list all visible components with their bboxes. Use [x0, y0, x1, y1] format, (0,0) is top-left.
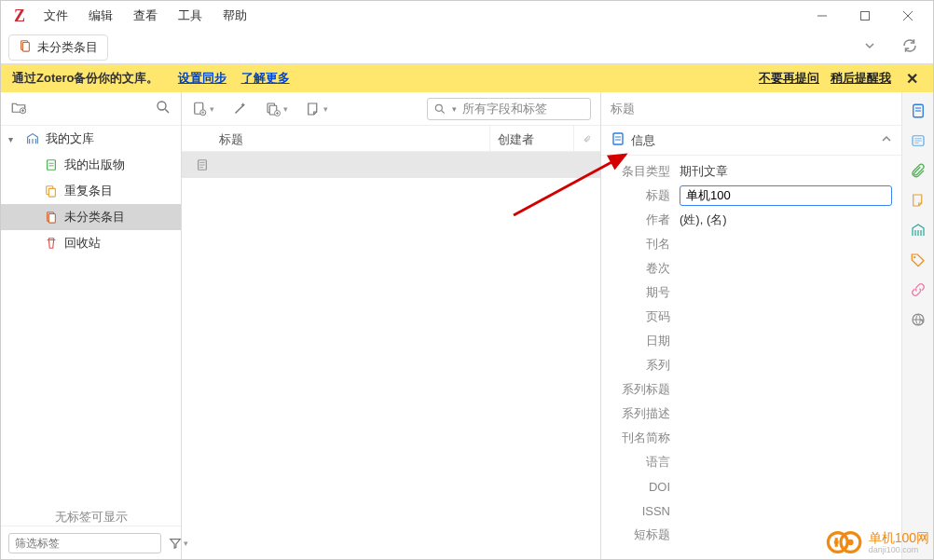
- field-label-series-desc: 系列描述: [611, 405, 680, 422]
- tree-label: 我的出版物: [64, 157, 125, 173]
- tags-empty-message: 无标签可显示: [1, 378, 181, 526]
- main-area: ▾ 我的文库 我的出版物 重复条目 未分类条目: [1, 92, 933, 559]
- banner-link-learn-more[interactable]: 了解更多: [241, 71, 290, 85]
- field-label-pages: 页码: [611, 308, 680, 325]
- tree-my-publications[interactable]: 我的出版物: [1, 152, 181, 178]
- active-tab[interactable]: 未分类条目: [8, 34, 108, 61]
- tree-label: 回收站: [64, 235, 101, 252]
- tree-duplicates[interactable]: 重复条目: [1, 178, 181, 204]
- tree-trash[interactable]: 回收站: [1, 230, 181, 256]
- menu-bar: 文件 编辑 查看 工具 帮助: [34, 4, 256, 28]
- watermark: 单机100网 danji100.com: [826, 527, 929, 557]
- detail-title-header: 标题: [601, 92, 901, 126]
- rail-notes-icon[interactable]: [909, 191, 927, 210]
- sync-button[interactable]: [894, 32, 926, 62]
- sidebar: ▾ 我的文库 我的出版物 重复条目 未分类条目: [1, 92, 182, 559]
- svg-rect-1: [861, 12, 870, 20]
- table-row[interactable]: [182, 152, 600, 178]
- new-item-button[interactable]: ▾: [191, 101, 214, 117]
- rail-abstract-icon[interactable]: [909, 131, 927, 150]
- titlebar: Z 文件 编辑 查看 工具 帮助: [1, 1, 933, 31]
- svg-point-9: [158, 102, 166, 110]
- field-label-short-title: 短标题: [611, 526, 680, 543]
- expand-icon[interactable]: ▾: [8, 134, 20, 144]
- tab-dropdown[interactable]: [855, 34, 885, 60]
- menu-help[interactable]: 帮助: [213, 4, 256, 28]
- field-label-series: 系列: [611, 357, 680, 374]
- banner-link-setup-sync[interactable]: 设置同步: [178, 71, 227, 85]
- info-icon: [611, 131, 625, 149]
- tree-unfiled[interactable]: 未分类条目: [1, 204, 181, 230]
- col-creator[interactable]: 创建者: [490, 126, 574, 151]
- rail-info-icon[interactable]: [909, 102, 927, 120]
- title-input[interactable]: [680, 185, 892, 206]
- document-icon: [44, 158, 59, 171]
- detail-tabs-rail: [901, 92, 933, 559]
- rail-related-icon[interactable]: [909, 280, 927, 299]
- column-headers: 标题 创建者: [182, 126, 600, 152]
- rail-attachments-icon[interactable]: [909, 161, 927, 180]
- field-label-issue: 期号: [611, 284, 680, 301]
- section-label: 信息: [631, 132, 655, 149]
- tree-label: 未分类条目: [64, 209, 125, 225]
- col-attachment[interactable]: [574, 126, 600, 151]
- rail-tags-icon[interactable]: [909, 251, 927, 269]
- menu-tools[interactable]: 工具: [169, 4, 212, 28]
- rail-libraries-icon[interactable]: [909, 221, 927, 239]
- new-collection-button[interactable]: [10, 99, 27, 118]
- item-list-pane: ▾ ▾ ▾ ▾ 所有字段和标签 标题 创建者: [182, 92, 601, 559]
- library-icon: [25, 131, 40, 146]
- banner-close-icon[interactable]: ✕: [902, 70, 922, 88]
- watermark-name: 单机100网: [869, 530, 929, 545]
- svg-rect-20: [48, 214, 55, 224]
- detail-pane: 标题 信息 条目类型期刊文章 标题 作者(姓), (名) 刊名 卷次 期号 页码…: [601, 92, 933, 559]
- search-scope-dropdown[interactable]: ▾: [452, 104, 457, 114]
- menu-view[interactable]: 查看: [124, 4, 167, 28]
- trash-icon: [44, 237, 59, 250]
- svg-point-55: [847, 540, 853, 545]
- svg-line-32: [442, 110, 445, 113]
- field-value-author[interactable]: (姓), (名): [680, 212, 892, 228]
- sidebar-search-icon[interactable]: [155, 99, 172, 118]
- duplicate-icon: [44, 184, 59, 198]
- maximize-button[interactable]: [844, 1, 886, 31]
- svg-point-50: [913, 256, 915, 258]
- note-button[interactable]: ▾: [305, 101, 328, 117]
- svg-rect-37: [613, 133, 623, 144]
- banner-dont-ask[interactable]: 不要再提问: [759, 70, 819, 87]
- tree-my-library[interactable]: ▾ 我的文库: [1, 126, 181, 152]
- svg-rect-14: [48, 160, 56, 171]
- info-section-header[interactable]: 信息: [601, 126, 901, 156]
- minimize-button[interactable]: [801, 1, 844, 31]
- item-rows: [182, 152, 600, 559]
- unfiled-icon: [44, 211, 59, 224]
- tag-filter-input[interactable]: [8, 533, 161, 553]
- magic-wand-button[interactable]: [231, 101, 248, 117]
- attachment-button[interactable]: ▾: [265, 101, 288, 117]
- tree-label: 我的文库: [46, 130, 94, 147]
- banner-remind-later[interactable]: 稍后提醒我: [831, 70, 891, 87]
- field-label-date: 日期: [611, 333, 680, 349]
- svg-rect-5: [22, 43, 29, 52]
- menu-edit[interactable]: 编辑: [79, 4, 122, 28]
- svg-point-31: [435, 104, 442, 111]
- menu-file[interactable]: 文件: [34, 4, 77, 28]
- col-title[interactable]: 标题: [182, 126, 490, 151]
- center-toolbar: ▾ ▾ ▾ ▾ 所有字段和标签: [182, 92, 600, 126]
- item-search-box[interactable]: ▾ 所有字段和标签: [427, 98, 591, 120]
- field-label-issn: ISSN: [611, 504, 680, 518]
- tab-label: 未分类条目: [37, 39, 98, 56]
- field-label-author: 作者: [611, 212, 680, 228]
- field-label-doi: DOI: [611, 480, 680, 494]
- unfiled-icon: [19, 39, 32, 55]
- collapse-icon[interactable]: [881, 133, 892, 147]
- tab-bar: 未分类条目: [1, 31, 933, 64]
- field-label-language: 语言: [611, 454, 680, 471]
- search-placeholder: 所有字段和标签: [462, 101, 547, 117]
- field-value-item-type[interactable]: 期刊文章: [680, 163, 892, 180]
- field-label-item-type: 条目类型: [611, 163, 680, 180]
- tree-label: 重复条目: [64, 183, 113, 199]
- rail-locate-icon[interactable]: [909, 310, 927, 329]
- close-button[interactable]: [886, 1, 929, 31]
- sync-banner: 通过Zotero备份你的文库。 设置同步 了解更多 不要再提问 稍后提醒我 ✕: [1, 64, 933, 92]
